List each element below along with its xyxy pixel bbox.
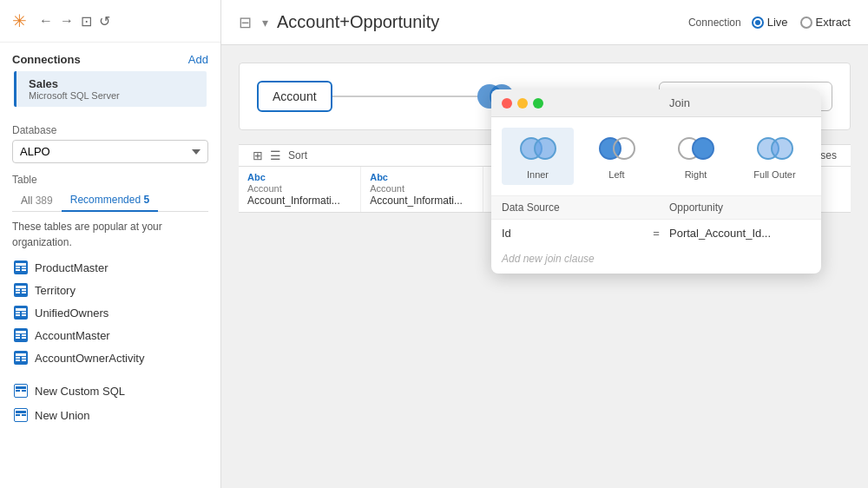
table-grid-icon (14, 260, 28, 274)
svg-rect-14 (22, 314, 26, 316)
left-table-name: Account (273, 89, 317, 103)
full-outer-label: Full Outer (753, 169, 795, 180)
grid-view-icon[interactable]: ⊞ (253, 148, 263, 162)
window-close-btn[interactable] (502, 98, 512, 109)
right-venn-icon (678, 133, 714, 164)
table-name: AccountMaster (35, 329, 110, 342)
inner-label: Inner (527, 169, 549, 180)
svg-rect-25 (16, 386, 26, 389)
join-type-inner[interactable]: Inner (502, 128, 574, 185)
add-connection-link[interactable]: Add (188, 53, 208, 66)
svg-rect-10 (16, 308, 26, 311)
svg-rect-27 (22, 390, 26, 392)
refresh-icon[interactable]: ↺ (99, 13, 110, 30)
popular-text: These tables are popular at your organiz… (12, 219, 208, 250)
new-custom-sql-label: New Custom SQL (35, 385, 125, 398)
extract-label: Extract (816, 16, 851, 29)
left-table-box[interactable]: Account (257, 81, 332, 112)
full-outer-venn-icon (757, 133, 793, 164)
svg-rect-9 (22, 292, 26, 293)
table-grid-icon (14, 306, 28, 320)
svg-rect-3 (16, 269, 20, 271)
connection-item-wrapper: Sales Microsoft SQL Server (7, 71, 214, 107)
tableau-logo-icon: ✳ (12, 10, 27, 31)
arrow-icon: ▾ (262, 16, 268, 30)
svg-rect-13 (16, 314, 20, 316)
back-icon[interactable]: ← (39, 13, 53, 29)
connection-item[interactable]: Sales Microsoft SQL Server (14, 71, 207, 107)
clause-left-val[interactable]: Id (502, 227, 643, 240)
svg-rect-16 (16, 334, 20, 336)
save-icon[interactable]: ⊡ (81, 13, 92, 30)
main-area: ⊟ ▾ Account+Opportunity Connection Live … (221, 0, 868, 488)
tab-all[interactable]: All 389 (12, 190, 62, 211)
clause-right-val[interactable]: Portal_Account_Id... (669, 227, 811, 240)
data-source-col-header: Data Source (502, 201, 643, 214)
join-type-selector: Inner Left Right (491, 117, 821, 196)
join-type-left[interactable]: Left (581, 128, 653, 185)
svg-rect-22 (22, 357, 26, 359)
svg-rect-19 (22, 337, 26, 339)
table-grid-icon (14, 328, 28, 342)
table-tabs: All 389 Recommended 5 (12, 189, 208, 212)
inner-venn-icon (520, 133, 556, 164)
svg-rect-20 (16, 353, 26, 356)
table-section: Table All 389 Recommended 5 These tables… (0, 170, 220, 373)
join-type-full-outer[interactable]: Full Outer (739, 128, 811, 185)
page-title: Account+Opportunity (277, 12, 439, 32)
list-view-icon[interactable]: ☰ (270, 148, 281, 162)
database-dropdown[interactable]: ALPO (12, 140, 208, 163)
nav-icons: ← → ⊡ ↺ (39, 13, 110, 30)
datasource-icon: ⊟ (239, 13, 252, 32)
svg-rect-1 (16, 267, 20, 268)
list-item[interactable]: AccountMaster (12, 325, 208, 346)
new-custom-sql-item[interactable]: New Custom SQL (12, 380, 208, 401)
table-grid-icon (14, 351, 28, 365)
svg-rect-26 (16, 390, 20, 392)
join-clause-header: Data Source Opportunity (491, 196, 821, 220)
table-list: ProductMaster Territory UnifiedOwners Ac… (12, 257, 208, 368)
right-label: Right (685, 169, 707, 180)
left-venn-icon (599, 133, 635, 164)
grid-col-0: Abc Account Account_Informati... (239, 167, 361, 212)
svg-rect-18 (16, 337, 20, 339)
svg-rect-8 (16, 292, 20, 293)
svg-rect-23 (16, 359, 20, 361)
list-item[interactable]: UnifiedOwners (12, 302, 208, 323)
table-name: UnifiedOwners (35, 307, 108, 320)
list-item[interactable]: ProductMaster (12, 257, 208, 278)
svg-rect-30 (22, 414, 26, 416)
list-item[interactable]: AccountOwnerActivity (12, 347, 208, 368)
join-add-clause[interactable]: Add new join clause (491, 247, 821, 274)
table-label: Table (12, 174, 208, 189)
join-type-right[interactable]: Right (660, 128, 732, 185)
left-label: Left (608, 169, 624, 180)
col-table: Account (370, 183, 474, 194)
forward-icon[interactable]: → (60, 13, 74, 29)
col-type: Abc (247, 172, 352, 182)
main-toolbar: ⊟ ▾ Account+Opportunity Connection Live … (221, 0, 868, 45)
table-name: ProductMaster (35, 261, 108, 274)
table-grid-icon (14, 283, 28, 297)
window-maximize-btn[interactable] (533, 98, 543, 109)
svg-rect-6 (16, 289, 20, 291)
connection-type: Microsoft SQL Server (29, 90, 194, 101)
new-union-item[interactable]: New Union (12, 405, 208, 425)
connections-section: Connections Add (0, 43, 220, 71)
sort-label[interactable]: Sort (288, 149, 307, 162)
connections-title: Connections (12, 53, 81, 66)
live-radio[interactable]: Live (752, 16, 788, 29)
extract-radio[interactable]: Extract (800, 16, 851, 29)
canvas-area: Account Opportunity Join (221, 45, 868, 488)
opportunity-col-header: Opportunity (669, 201, 811, 214)
list-item[interactable]: Territory (12, 280, 208, 300)
svg-rect-15 (16, 331, 26, 333)
tab-recommended[interactable]: Recommended 5 (62, 189, 158, 212)
svg-rect-2 (22, 267, 26, 268)
svg-rect-17 (22, 334, 26, 336)
grid-col-1: Abc Account Account_Informati... (361, 167, 483, 212)
window-minimize-btn[interactable] (517, 98, 528, 109)
col-name: Account_Informati... (247, 195, 352, 207)
table-name: Territory (35, 284, 76, 297)
live-label: Live (767, 16, 788, 29)
